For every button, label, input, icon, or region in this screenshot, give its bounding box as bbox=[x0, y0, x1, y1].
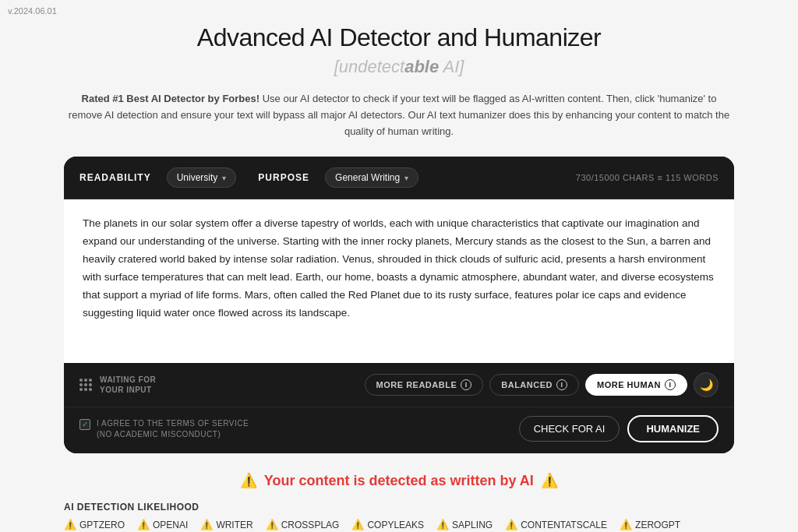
more-readable-info-icon: i bbox=[461, 379, 471, 390]
purpose-arrow-icon: ▾ bbox=[404, 174, 408, 182]
detection-alert: ⚠️ Your content is detected as written b… bbox=[64, 472, 734, 489]
alert-message: Your content is detected as written by A… bbox=[264, 473, 534, 488]
likelihood-section: AI DETECTION LIKELIHOOD ⚠️ GPTZERO ⚠️ OP… bbox=[64, 502, 734, 532]
card-footer-bar: WAITING FOR YOUR INPUT MORE READABLE i B… bbox=[64, 363, 734, 407]
mode-balanced-button[interactable]: BALANCED i bbox=[489, 374, 579, 396]
humanize-button[interactable]: HUMANIZE bbox=[627, 415, 719, 442]
detection-alert-text: ⚠️ Your content is detected as written b… bbox=[237, 473, 561, 488]
detector-sapling: ⚠️ SAPLING bbox=[436, 519, 493, 530]
sapling-icon: ⚠️ bbox=[436, 519, 449, 530]
warning-icon-left: ⚠️ bbox=[240, 473, 257, 488]
check-icon: ✓ bbox=[82, 419, 89, 430]
page-title: Advanced AI Detector and Humanizer bbox=[31, 23, 767, 52]
char-count: 730/15000 CHARS ≡ 115 WORDS bbox=[576, 173, 719, 182]
detector-openai: ⚠️ OPENAI bbox=[137, 519, 188, 530]
zerogpt-icon: ⚠️ bbox=[620, 519, 632, 530]
mode-buttons: MORE READABLE i BALANCED i MORE HUMAN i … bbox=[365, 372, 719, 397]
detectors-row: ⚠️ GPTZERO ⚠️ OPENAI ⚠️ WRITER ⚠️ CROSSP… bbox=[64, 519, 734, 530]
detector-gptzero: ⚠️ GPTZERO bbox=[64, 519, 125, 530]
waiting-text: WAITING FOR YOUR INPUT bbox=[100, 375, 156, 395]
detector-crossplag: ⚠️ CROSSPLAG bbox=[266, 519, 340, 530]
waiting-sub: YOUR INPUT bbox=[100, 386, 152, 394]
detector-zerogpt: ⚠️ ZEROGPT bbox=[620, 519, 680, 530]
terms-line2: (NO ACADEMIC MISCONDUCT) bbox=[97, 429, 249, 440]
zerogpt-label: ZEROGPT bbox=[635, 520, 680, 530]
text-area[interactable]: The planets in our solar system offer a … bbox=[64, 199, 734, 363]
mode-more-human-button[interactable]: MORE HUMAN i bbox=[585, 374, 687, 396]
more-human-info-icon: i bbox=[665, 379, 676, 390]
more-readable-label: MORE READABLE bbox=[376, 380, 457, 389]
detector-contentatscale: ⚠️ CONTENTATSCALE bbox=[505, 519, 607, 530]
subtitle-bold: able bbox=[404, 57, 439, 76]
balanced-info-icon: i bbox=[556, 379, 567, 390]
subtitle-prefix: [undetect bbox=[334, 57, 405, 76]
readability-dropdown[interactable]: University ▾ bbox=[167, 167, 237, 188]
subtitle-suffix: AI] bbox=[439, 57, 464, 76]
gptzero-label: GPTZERO bbox=[79, 520, 125, 530]
terms-check[interactable]: ✓ I AGREE TO THE TERMS OF SERVICE (NO AC… bbox=[79, 418, 249, 440]
purpose-label: PURPOSE bbox=[258, 172, 309, 183]
warning-icon-right: ⚠️ bbox=[541, 473, 558, 488]
purpose-value: General Writing bbox=[335, 172, 400, 183]
terms-action-row: ✓ I AGREE TO THE TERMS OF SERVICE (NO AC… bbox=[64, 407, 734, 453]
terms-line1: I AGREE TO THE TERMS OF SERVICE bbox=[97, 418, 249, 429]
likelihood-label: AI DETECTION LIKELIHOOD bbox=[64, 502, 734, 513]
crossplag-label: CROSSPLAG bbox=[281, 520, 340, 530]
copyleaks-icon: ⚠️ bbox=[351, 519, 364, 530]
crossplag-icon: ⚠️ bbox=[266, 519, 278, 530]
writer-icon: ⚠️ bbox=[200, 519, 213, 530]
grid-icon bbox=[79, 379, 92, 391]
more-human-label: MORE HUMAN bbox=[597, 380, 661, 389]
readability-arrow-icon: ▾ bbox=[222, 174, 226, 182]
openai-label: OPENAI bbox=[153, 520, 188, 530]
terms-text: I AGREE TO THE TERMS OF SERVICE (NO ACAD… bbox=[97, 418, 249, 440]
readability-label: READABILITY bbox=[79, 172, 151, 183]
description-bold: Rated #1 Best AI Detector by Forbes! bbox=[82, 93, 260, 104]
waiting-label: WAITING FOR bbox=[100, 375, 156, 384]
waiting-section: WAITING FOR YOUR INPUT bbox=[79, 375, 156, 395]
version-label: v.2024.06.01 bbox=[8, 6, 57, 16]
contentatscale-icon: ⚠️ bbox=[505, 519, 517, 530]
copyleaks-label: COPYLEAKS bbox=[367, 520, 424, 530]
detector-writer: ⚠️ WRITER bbox=[200, 519, 252, 530]
mode-more-readable-button[interactable]: MORE READABLE i bbox=[365, 374, 484, 396]
readability-value: University bbox=[177, 172, 218, 183]
sapling-label: SAPLING bbox=[452, 520, 493, 530]
balanced-label: BALANCED bbox=[501, 380, 553, 389]
detector-copyleaks: ⚠️ COPYLEAKS bbox=[351, 519, 424, 530]
openai-icon: ⚠️ bbox=[137, 519, 150, 530]
moon-button[interactable]: 🌙 bbox=[694, 372, 719, 397]
contentatscale-label: CONTENTATSCALE bbox=[521, 520, 607, 530]
header-left: READABILITY University ▾ PURPOSE General… bbox=[79, 167, 418, 188]
moon-icon: 🌙 bbox=[700, 379, 713, 391]
terms-checkbox[interactable]: ✓ bbox=[79, 419, 90, 430]
writer-label: WRITER bbox=[216, 520, 252, 530]
purpose-dropdown[interactable]: General Writing ▾ bbox=[325, 167, 418, 188]
card-header: READABILITY University ▾ PURPOSE General… bbox=[64, 157, 734, 199]
detection-section: ⚠️ Your content is detected as written b… bbox=[64, 472, 734, 532]
subtitle: [undetectable AI] bbox=[31, 57, 767, 77]
text-content: The planets in our solar system offer a … bbox=[83, 215, 715, 322]
action-buttons: CHECK FOR AI HUMANIZE bbox=[519, 415, 719, 442]
detector-card: READABILITY University ▾ PURPOSE General… bbox=[64, 157, 734, 453]
gptzero-icon: ⚠️ bbox=[64, 519, 76, 530]
check-ai-button[interactable]: CHECK FOR AI bbox=[519, 416, 620, 442]
description: Rated #1 Best AI Detector by Forbes! Use… bbox=[64, 91, 734, 139]
